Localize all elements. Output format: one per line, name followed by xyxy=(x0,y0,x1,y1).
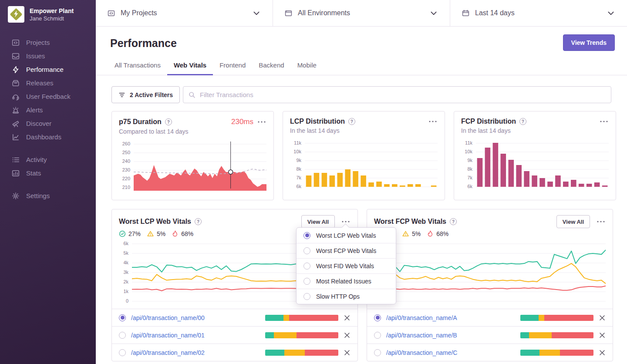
radio-button[interactable] xyxy=(119,332,126,339)
transaction-link[interactable]: /api/0/transaction_name/C xyxy=(386,349,457,356)
sidebar-item-releases[interactable]: Releases xyxy=(0,76,96,90)
tab-web-vitals[interactable]: Web Vitals xyxy=(167,57,213,75)
active-filters-label: 2 Active Filters xyxy=(130,91,173,98)
help-icon[interactable]: ? xyxy=(195,218,202,225)
transaction-link[interactable]: /api/0/transaction_name/02 xyxy=(131,349,205,356)
search-input[interactable] xyxy=(200,91,606,98)
context-menu-icon[interactable] xyxy=(599,120,609,123)
vitals-breakdown-bar xyxy=(265,332,338,338)
view-all-button[interactable]: View All xyxy=(556,215,590,228)
vitals-stats: 27% 5% 68% xyxy=(367,228,613,239)
discover-icon xyxy=(12,120,20,128)
p75-duration-card: p75 Duration ? 230ms Compared to last 14… xyxy=(111,111,274,200)
context-menu-icon[interactable] xyxy=(428,120,438,123)
meh-stat: 5% xyxy=(402,230,421,237)
sidebar-item-label: Settings xyxy=(26,192,50,199)
sidebar-item-performance[interactable]: Performance xyxy=(0,63,96,76)
close-icon[interactable] xyxy=(599,314,606,321)
vitals-selector-dropdown: Worst LCP Web Vitals Worst FCP Web Vital… xyxy=(296,227,396,304)
date-range-selector[interactable]: Last 14 days xyxy=(450,0,627,26)
sidebar-item-stats[interactable]: Stats xyxy=(0,166,96,180)
sidebar-item-alerts[interactable]: Alerts xyxy=(0,103,96,117)
p75-duration-chart[interactable] xyxy=(134,141,266,191)
radio-button xyxy=(303,278,310,285)
card-title: p75 Duration xyxy=(119,118,162,126)
good-stat: 27% xyxy=(119,230,141,237)
context-menu-icon[interactable] xyxy=(257,120,266,124)
card-subtitle: In the last 14 days xyxy=(461,127,609,134)
card-title: LCP Distribution xyxy=(290,118,345,125)
sidebar: Empower Plant Jane Schmidt Projects Issu… xyxy=(0,0,96,364)
fcp-distribution-card: FCP Distribution ? In the last 14 days 1… xyxy=(454,111,616,200)
radio-button[interactable] xyxy=(374,332,381,339)
transaction-row: /api/0/transaction_name/B xyxy=(367,326,613,344)
close-icon[interactable] xyxy=(344,349,351,356)
main-content: 2 Active Filters p75 Duration ? 230ms Co… xyxy=(96,75,627,364)
filter-row: 2 Active Filters xyxy=(111,86,611,103)
fcp-distribution-chart[interactable] xyxy=(476,140,609,190)
sidebar-item-activity[interactable]: Activity xyxy=(0,153,96,166)
sidebar-item-discover[interactable]: Discover xyxy=(0,117,96,130)
transaction-list: /api/0/transaction_name/A /api/0/transac… xyxy=(367,309,613,361)
help-icon[interactable]: ? xyxy=(165,118,172,125)
transaction-row: /api/0/transaction_name/C xyxy=(367,344,613,361)
radio-button xyxy=(303,293,310,300)
org-switcher[interactable]: Empower Plant Jane Schmidt xyxy=(0,0,96,30)
sidebar-item-user-feedback[interactable]: User Feedback xyxy=(0,90,96,103)
transaction-link[interactable]: /api/0/transaction_name/B xyxy=(386,332,457,339)
fire-icon xyxy=(427,230,434,237)
environment-selector[interactable]: All Environments xyxy=(273,0,450,26)
sidebar-item-settings[interactable]: Settings xyxy=(0,189,96,202)
card-title: Worst FCP Web Vitals xyxy=(374,218,446,226)
menu-item-most-related-issues[interactable]: Most Related Issues xyxy=(297,273,396,289)
fire-icon xyxy=(172,230,179,237)
radio-button[interactable] xyxy=(119,314,126,321)
alerts-icon xyxy=(12,106,20,114)
radio-button[interactable] xyxy=(374,314,381,321)
tab-bar: All Transactions Web Vitals Frontend Bac… xyxy=(108,57,323,75)
sidebar-item-label: Alerts xyxy=(26,106,43,114)
radio-button[interactable] xyxy=(119,349,126,356)
lcp-distribution-chart[interactable] xyxy=(305,140,438,190)
project-selector[interactable]: My Projects xyxy=(96,0,273,26)
context-menu-icon[interactable] xyxy=(341,220,351,223)
poor-stat: 68% xyxy=(172,230,193,237)
help-icon[interactable]: ? xyxy=(450,218,457,225)
close-icon[interactable] xyxy=(344,332,351,339)
projects-icon xyxy=(108,10,115,17)
close-icon[interactable] xyxy=(599,332,606,339)
sidebar-item-label: User Feedback xyxy=(26,93,71,100)
view-all-button[interactable]: View All xyxy=(301,215,335,228)
sidebar-item-dashboards[interactable]: Dashboards xyxy=(0,130,96,144)
transaction-link[interactable]: /api/0/transaction_name/01 xyxy=(131,332,205,339)
view-trends-button[interactable]: View Trends xyxy=(563,34,615,51)
card-title: Worst LCP Web Vitals xyxy=(119,218,191,226)
check-circle-icon xyxy=(119,230,126,237)
sidebar-nav: Projects Issues Performance Releases Use… xyxy=(0,30,96,202)
help-icon[interactable]: ? xyxy=(519,118,526,125)
worst-fcp-chart[interactable] xyxy=(387,241,606,307)
tab-backend[interactable]: Backend xyxy=(252,57,290,75)
sidebar-item-projects[interactable]: Projects xyxy=(0,36,96,49)
context-menu-icon[interactable] xyxy=(596,220,606,223)
active-filters-button[interactable]: 2 Active Filters xyxy=(111,86,180,103)
menu-item-worst-fid[interactable]: Worst FID Web Vitals xyxy=(297,258,396,273)
sidebar-item-label: Dashboards xyxy=(26,133,61,141)
menu-item-slow-http-ops[interactable]: Slow HTTP Ops xyxy=(297,289,396,304)
transaction-link[interactable]: /api/0/transaction_name/00 xyxy=(131,314,205,321)
sidebar-item-issues[interactable]: Issues xyxy=(0,49,96,63)
vitals-breakdown-bar xyxy=(265,350,338,356)
tab-all-transactions[interactable]: All Transactions xyxy=(108,57,167,75)
close-icon[interactable] xyxy=(344,314,351,321)
worst-fcp-card: Worst FCP Web Vitals ? View All 27% 5% 6… xyxy=(367,209,613,361)
close-icon[interactable] xyxy=(599,349,606,356)
radio-button[interactable] xyxy=(374,349,381,356)
tab-frontend[interactable]: Frontend xyxy=(213,57,252,75)
menu-item-worst-lcp[interactable]: Worst LCP Web Vitals xyxy=(297,228,396,243)
sidebar-item-label: Stats xyxy=(26,169,41,177)
help-icon[interactable]: ? xyxy=(348,118,355,125)
tab-mobile[interactable]: Mobile xyxy=(291,57,323,75)
menu-item-worst-fcp[interactable]: Worst FCP Web Vitals xyxy=(297,243,396,258)
filter-icon xyxy=(118,91,125,98)
transaction-link[interactable]: /api/0/transaction_name/A xyxy=(386,314,457,321)
